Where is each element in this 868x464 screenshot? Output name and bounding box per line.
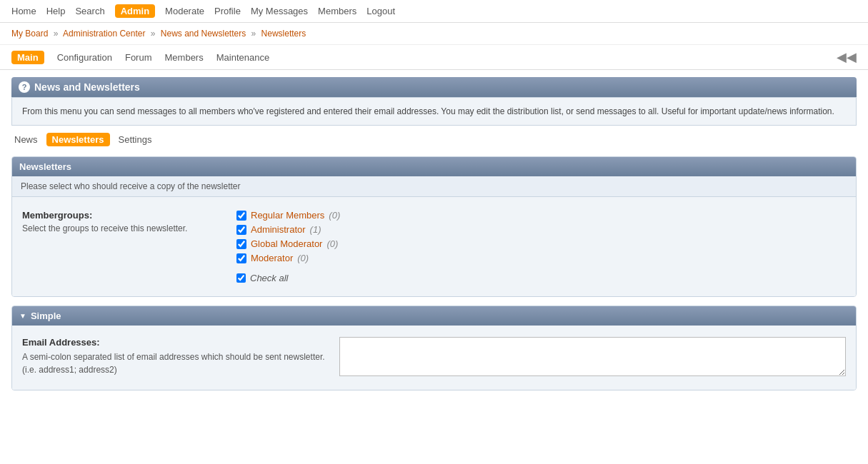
nav-admin[interactable]: Admin xyxy=(115,4,155,18)
nav-home[interactable]: Home xyxy=(11,6,36,16)
group-count-regular: (0) xyxy=(329,210,340,221)
group-administrator: Administrator (1) xyxy=(236,224,846,235)
group-name-global-mod: Global Moderator xyxy=(251,238,322,249)
subnav-forum[interactable]: Forum xyxy=(125,52,152,63)
checkbox-administrator[interactable] xyxy=(236,225,246,235)
nav-profile[interactable]: Profile xyxy=(214,6,241,16)
back-icon[interactable]: ◀◀ xyxy=(837,49,857,65)
newsletters-title: Newsletters xyxy=(19,161,71,172)
membergroups-label-area: Membergroups: Select the groups to recei… xyxy=(22,210,222,283)
nav-moderate[interactable]: Moderate xyxy=(165,6,204,16)
group-name-mod: Moderator xyxy=(251,253,293,263)
check-all-row: Check all xyxy=(236,273,846,283)
simple-right xyxy=(339,337,846,378)
subnav-maintenance[interactable]: Maintenance xyxy=(216,52,269,63)
nav-members[interactable]: Members xyxy=(318,6,356,16)
checkbox-check-all[interactable] xyxy=(236,273,246,283)
membergroups-desc: Select the groups to receive this newsle… xyxy=(22,223,222,233)
group-count-admin: (1) xyxy=(310,224,321,235)
newsletters-box: Newsletters Please select who should rec… xyxy=(11,156,857,297)
section-header: ? News and Newsletters xyxy=(11,77,857,97)
email-addresses-label: Email Addresses: xyxy=(22,337,325,348)
simple-header: ▼ Simple xyxy=(12,306,856,326)
group-moderator: Moderator (0) xyxy=(236,253,846,263)
group-global-moderator: Global Moderator (0) xyxy=(236,238,846,249)
subnav-members[interactable]: Members xyxy=(165,52,204,63)
info-box: From this menu you can send messages to … xyxy=(11,97,857,126)
simple-body: Email Addresses: A semi-colon separated … xyxy=(12,326,856,390)
nav-my-messages[interactable]: My Messages xyxy=(251,6,308,16)
tab-news[interactable]: News xyxy=(11,133,41,146)
checkbox-moderator[interactable] xyxy=(236,253,246,263)
email-addresses-desc: A semi-colon separated list of email add… xyxy=(22,350,325,376)
main-content: ? News and Newsletters From this menu yo… xyxy=(0,70,868,406)
group-count-mod: (0) xyxy=(297,253,309,263)
tab-bar: News Newsletters Settings xyxy=(11,133,857,146)
section-title: News and Newsletters xyxy=(34,81,140,93)
breadcrumb: My Board » Administration Center » News … xyxy=(0,23,868,45)
tab-newsletters[interactable]: Newsletters xyxy=(46,133,110,146)
membergroups-area: Membergroups: Select the groups to recei… xyxy=(12,197,856,296)
group-name-admin: Administrator xyxy=(251,224,306,235)
question-icon: ? xyxy=(19,81,30,93)
tab-settings[interactable]: Settings xyxy=(116,133,155,146)
membergroups-right: Regular Members (0) Administrator (1) Gl… xyxy=(236,210,846,283)
nav-logout[interactable]: Logout xyxy=(366,6,395,16)
subnav-main[interactable]: Main xyxy=(11,51,44,64)
arrow-down-icon: ▼ xyxy=(19,312,26,320)
newsletters-subheader-text: Please select who should receive a copy … xyxy=(21,181,241,191)
check-all-label: Check all xyxy=(250,273,288,283)
subnav-configuration[interactable]: Configuration xyxy=(57,52,112,63)
simple-title: Simple xyxy=(31,311,61,321)
checkbox-regular-members[interactable] xyxy=(236,211,246,221)
group-name-regular: Regular Members xyxy=(251,210,324,221)
breadcrumb-newsletters[interactable]: Newsletters xyxy=(261,29,306,39)
breadcrumb-news-newsletters[interactable]: News and Newsletters xyxy=(161,29,246,39)
checkbox-global-moderator[interactable] xyxy=(236,239,246,249)
info-text: From this menu you can send messages to … xyxy=(22,106,834,116)
sub-navigation: Main Configuration Forum Members Mainten… xyxy=(0,45,868,70)
newsletters-header: Newsletters xyxy=(12,157,856,176)
breadcrumb-myboard[interactable]: My Board xyxy=(11,29,48,39)
breadcrumb-admin-center[interactable]: Administration Center xyxy=(63,29,145,39)
simple-left: Email Addresses: A semi-colon separated … xyxy=(22,337,325,378)
top-navigation: Home Help Search Admin Moderate Profile … xyxy=(0,0,868,23)
newsletters-subheader: Please select who should receive a copy … xyxy=(12,176,856,197)
nav-search[interactable]: Search xyxy=(75,6,104,16)
group-regular-members: Regular Members (0) xyxy=(236,210,846,221)
group-count-global-mod: (0) xyxy=(326,238,338,249)
email-addresses-input[interactable] xyxy=(339,337,846,376)
membergroups-label: Membergroups: xyxy=(22,210,222,221)
nav-help[interactable]: Help xyxy=(46,6,66,16)
simple-section: ▼ Simple Email Addresses: A semi-colon s… xyxy=(11,306,857,390)
